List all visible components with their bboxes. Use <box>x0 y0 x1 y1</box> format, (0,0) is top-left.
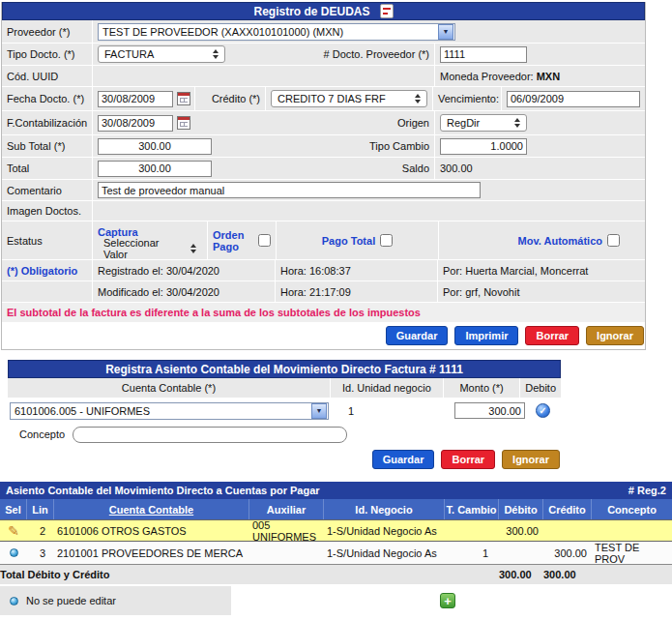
col-lin: Lin <box>32 504 48 516</box>
comentario-input[interactable] <box>98 182 481 198</box>
col-id-negocio: Id. Negocio <box>355 504 412 516</box>
row-concepto: TEST DE PROV <box>595 542 672 565</box>
imprimir-button[interactable]: Imprimir <box>454 326 518 345</box>
total-credito-value: 300.00 <box>543 569 576 580</box>
vencimiento-value: 06/09/2009 <box>507 91 640 107</box>
document-icon[interactable] <box>380 4 394 18</box>
row-cuenta: 2101001 PROVEEDORES DE MERCA <box>57 547 243 559</box>
orden-pago-checkbox[interactable] <box>258 234 271 247</box>
tipo-cambio-input[interactable] <box>440 138 527 155</box>
movimiento-table: Asiento Contable del Movimiento Directo … <box>0 482 672 615</box>
pago-total-label: Pago Total <box>322 235 375 247</box>
credito-select[interactable]: CREDITO 7 DIAS FRF <box>271 90 427 107</box>
sub-total-label: Sub Total (*) <box>7 140 65 152</box>
cod-uuid-label: Cód. UUID <box>7 71 58 82</box>
dropdown-arrow-icon: ▼ <box>438 24 453 40</box>
hora-registro-text: Hora: 16:08:37 <box>280 265 351 277</box>
orden-pago-label: Orden Pago <box>213 229 253 252</box>
proveedor-select[interactable]: TEST DE PROVEEDOR (XAXX010101000) (MXN) … <box>98 23 455 41</box>
deudas-form-title: Registro de DEUDAS <box>253 5 369 18</box>
tipo-docto-select[interactable]: FACTURA <box>98 45 225 63</box>
row-comentario: Comentario <box>2 180 645 201</box>
cuenta-contable-select[interactable]: 6101006.005 - UNIFORMES ▼ <box>10 402 329 420</box>
row-negocio: 1-S/Unidad Negocio As <box>327 547 437 559</box>
tipo-cambio-label: Tipo Cambio <box>369 140 429 152</box>
saldo-value: 300.00 <box>440 162 473 174</box>
calendar-icon[interactable] <box>177 116 190 130</box>
col-t-cambio: T. Cambio <box>447 504 497 516</box>
col-sel: Sel <box>5 504 21 516</box>
asiento-ignorar-button[interactable]: Ignorar <box>502 450 560 469</box>
borrar-button[interactable]: Borrar <box>525 326 579 345</box>
movimiento-column-headers: Sel Lin Cuenta Contable Auxiliar Id. Neg… <box>0 499 672 519</box>
ignorar-button[interactable]: Ignorar <box>586 326 644 345</box>
guardar-button[interactable]: Guardar <box>386 326 449 345</box>
asiento-guardar-button[interactable]: Guardar <box>372 450 435 469</box>
calendar-icon[interactable] <box>177 92 190 105</box>
comentario-label: Comentario <box>7 185 62 196</box>
total-label: Total Débito y Crédito <box>0 569 109 580</box>
monto-input[interactable] <box>454 402 525 419</box>
row-cod-uuid: Cód. UUID Moneda Proveedor: MXN <box>2 66 645 87</box>
record-bullet-icon[interactable] <box>10 548 18 557</box>
row-negocio: 1-S/Unidad Negocio As <box>327 525 437 537</box>
row-proveedor: Proveedor (*) TEST DE PROVEEDOR (XAXX010… <box>2 20 645 44</box>
f-contabilizacion-label: F.Contabilización <box>7 117 87 129</box>
cuenta-contable-selected-value: 6101006.005 - UNIFORMES <box>15 405 150 417</box>
sub-total-input[interactable] <box>98 138 212 155</box>
hora-modificado-text: Hora: 21:17:09 <box>280 286 351 298</box>
por-registro-text: Por: Huerta Marcial, Moncerrat <box>443 265 588 277</box>
asiento-borrar-button[interactable]: Borrar <box>441 450 495 469</box>
credito-selected-value: CREDITO 7 DIAS FRF <box>278 93 386 104</box>
origen-selected-value: RegDir <box>447 117 480 129</box>
row-tipo-docto: Tipo Docto. (*) FACTURA # Docto. Proveed… <box>2 44 645 66</box>
movimiento-table-title: Asiento Contable del Movimiento Directo … <box>6 485 320 496</box>
row-f-contabilizacion: F.Contabilización Origen RegDir <box>2 111 645 135</box>
asiento-concepto-row: Concepto <box>8 423 561 446</box>
pago-total-checkbox[interactable] <box>380 234 393 247</box>
deudas-button-row: Guardar Imprimir Borrar Ignorar <box>2 322 645 349</box>
dropdown-arrow-icon: ▼ <box>311 403 327 419</box>
select-spinner-icon <box>512 117 522 129</box>
modificado-el-text: Modificado el: 30/04/2020 <box>98 286 219 298</box>
select-spinner-icon <box>413 93 423 104</box>
row-t-cambio: 1 <box>482 547 488 559</box>
captura-select[interactable]: Seleccionar Valor <box>98 240 202 257</box>
docto-proveedor-input[interactable] <box>440 46 527 63</box>
id-unidad-negocio-value: 1 <box>348 405 354 417</box>
concepto-input[interactable] <box>73 427 347 443</box>
cuenta-contable-header: Cuenta Contable (*) <box>122 382 216 394</box>
total-debito-value: 300.00 <box>499 569 532 580</box>
col-debito: Débito <box>504 504 537 516</box>
estatus-label: Estatus <box>7 235 43 247</box>
row-lin: 3 <box>40 547 45 559</box>
edit-row-icon[interactable]: ✎ <box>8 524 19 538</box>
select-spinner-icon <box>211 48 220 60</box>
add-row-button[interactable]: + <box>440 593 455 608</box>
saldo-label: Saldo <box>402 162 429 174</box>
captura-selected-value: Seleccionar Valor <box>103 237 181 260</box>
table-row[interactable]: 3 2101001 PROVEEDORES DE MERCA 1-S/Unida… <box>0 542 672 565</box>
origen-label: Origen <box>397 117 429 129</box>
col-cuenta-sort-link[interactable]: Cuenta Contable <box>109 504 193 516</box>
mov-automatico-checkbox[interactable] <box>607 234 620 247</box>
deudas-form: Registro de DEUDAS Proveedor (*) TEST DE… <box>1 2 646 350</box>
table-total-row: Total Débito y Crédito 300.00 300.00 <box>0 565 672 586</box>
subtotal-error-message: El subtotal de la factura es diferente a… <box>2 303 645 322</box>
table-row[interactable]: ✎ 2 6101006 OTROS GASTOS 005 UNIFORMES 1… <box>0 519 672 542</box>
debito-radio-checked[interactable]: ✓ <box>536 403 550 418</box>
monto-header: Monto (*) <box>459 382 503 394</box>
col-auxiliar: Auxiliar <box>267 504 306 516</box>
por-modificado-text: Por: grf, Novohit <box>443 286 519 298</box>
asiento-column-headers: Cuenta Contable (*) Id. Unidad negocio M… <box>8 378 561 399</box>
check-mark-icon: ✓ <box>539 406 546 416</box>
origen-select[interactable]: RegDir <box>440 114 527 132</box>
fecha-docto-input[interactable] <box>98 91 173 107</box>
asiento-entry-row: 6101006.005 - UNIFORMES ▼ 1 ✓ <box>8 399 561 423</box>
col-credito: Crédito <box>548 504 586 516</box>
mov-automatico-label: Mov. Automático <box>518 235 602 247</box>
f-contabilizacion-input[interactable] <box>98 115 173 132</box>
total-input[interactable] <box>98 161 212 177</box>
docto-proveedor-label: # Docto. Proveedor (*) <box>324 48 429 60</box>
id-unidad-negocio-header: Id. Unidad negocio <box>342 382 431 394</box>
